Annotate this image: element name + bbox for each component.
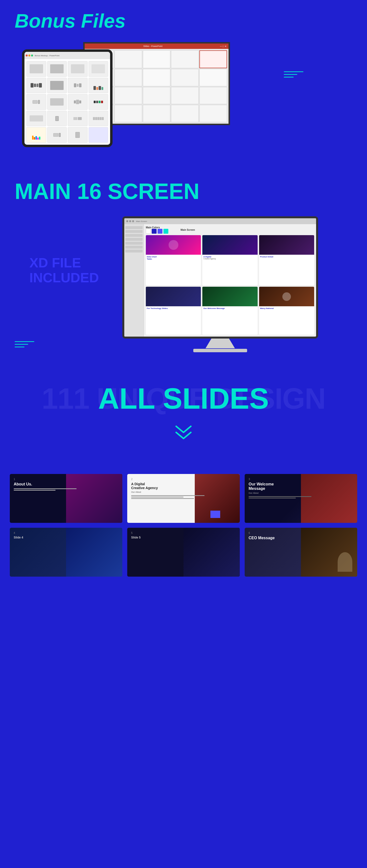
thumb-accent-line bbox=[249, 498, 296, 498]
monitor-main-panel: Main Colors Main Screen bbox=[144, 224, 316, 337]
main16-deco-lines bbox=[15, 341, 34, 347]
monitor-card-1: Data Chart Table. bbox=[146, 235, 201, 285]
card-title-3: Product Detail bbox=[260, 256, 313, 258]
monitor-dot bbox=[126, 220, 128, 222]
swatch-blue bbox=[152, 229, 157, 234]
deco-line-medium bbox=[15, 344, 28, 345]
monitor-screen: Main Screen bbox=[122, 216, 318, 339]
tablet-cell bbox=[89, 61, 108, 77]
main-colors-label: Main Colors bbox=[146, 226, 168, 229]
monitor-dot bbox=[132, 220, 134, 222]
thumb-accent-line bbox=[131, 495, 204, 496]
card-text-4: For Technology Slides. bbox=[146, 306, 201, 310]
thumb-img-overlay-about bbox=[66, 474, 122, 523]
thumb-slide-title-digital: A DigitalCreative Agency bbox=[131, 482, 236, 490]
thumb-slide-title-welcome: Our WelcomeMessage bbox=[249, 482, 353, 491]
ppt-title-text: Slides - PowerPoint bbox=[87, 45, 219, 48]
card-text-3: Product Detail bbox=[259, 255, 314, 259]
card-image-2 bbox=[202, 235, 257, 255]
thumb-card-inner: 1 About Us. bbox=[10, 474, 122, 523]
thumb-card-inner-r2-1: 4 Slide 4 bbox=[10, 528, 122, 577]
monitor-stand bbox=[205, 339, 235, 348]
sidebar-nav-item bbox=[125, 234, 143, 237]
tablet-cell bbox=[68, 94, 88, 110]
card-image-3 bbox=[259, 235, 314, 255]
ppt-titlebar: Slides - PowerPoint ─ □ ✕ bbox=[85, 43, 228, 49]
main16-section: MAIN 16 SCREEN XD FILE INCLUDED Main Scr… bbox=[0, 164, 367, 362]
thumb-subtitle-welcome: Our About bbox=[249, 492, 353, 494]
card-title-6: Maicy National bbox=[260, 307, 313, 309]
monitor-container: Main Screen bbox=[122, 216, 318, 352]
ppt-slide-thumb bbox=[171, 105, 199, 122]
card-title-2: A Digital bbox=[203, 256, 256, 258]
card-title-4: For Technology Slides. bbox=[147, 307, 200, 309]
thumb-accent-lines bbox=[14, 488, 118, 491]
card-text-6: Maicy National bbox=[259, 306, 314, 310]
swatch-cyan bbox=[164, 229, 168, 234]
ppt-slide-thumb bbox=[114, 87, 142, 104]
tablet-cell bbox=[89, 94, 108, 110]
thumb-card-inner-digital: 2 A DigitalCreative Agency Our About bbox=[127, 474, 240, 523]
monitor-main-content: Main Colors Main Screen bbox=[124, 224, 316, 337]
thumbnails-grid: 1 About Us. 2 A DigitalCreative Agency O… bbox=[10, 474, 357, 577]
tablet-app-name: Bonus Mockup - PowerPoint bbox=[35, 55, 109, 57]
thumb-accent-line bbox=[249, 496, 311, 497]
main-screen-section: Main Screen bbox=[180, 228, 195, 231]
thumb-img-overlay-ceo bbox=[301, 528, 357, 577]
ppt-slide-thumb bbox=[199, 87, 227, 104]
tablet-cell bbox=[47, 127, 67, 143]
person-silhouette bbox=[338, 552, 352, 572]
tablet-toolbar: Bonus Mockup - PowerPoint bbox=[25, 52, 110, 59]
monitor-card-6: Maicy National bbox=[259, 287, 314, 335]
swatch-white bbox=[146, 229, 151, 234]
deco-line-short bbox=[284, 77, 293, 78]
thumb-slide-title-about: About Us. bbox=[14, 482, 118, 487]
bonus-section: Bonus Files Bonus Mockup - PowerPoint bbox=[0, 0, 367, 164]
thumb-accent-line bbox=[14, 488, 77, 489]
tablet-cell bbox=[68, 78, 88, 93]
card-img-person bbox=[169, 240, 178, 250]
tablet-cell bbox=[68, 111, 88, 126]
main16-decorators bbox=[15, 341, 34, 347]
thumb-card-inner-welcome: 3 Our WelcomeMessage Our About bbox=[245, 474, 357, 523]
sidebar-nav-item bbox=[125, 238, 143, 241]
card-image-4 bbox=[146, 287, 201, 306]
tablet-cell bbox=[89, 127, 108, 143]
sidebar-nav-item bbox=[125, 226, 143, 229]
chevrons-container bbox=[15, 425, 352, 440]
ppt-slide-thumb bbox=[114, 69, 142, 86]
ppt-slide-thumb bbox=[114, 105, 142, 122]
thumb-card-row2-2: 5 Slide 5 bbox=[127, 528, 240, 577]
monitor-panel-header: Main Colors Main Screen bbox=[146, 226, 314, 234]
allslides-section: 111 UNIQUE DESIGN ALL SLIDES bbox=[0, 362, 367, 464]
toolbar-dot-red bbox=[26, 55, 28, 57]
ppt-slide-thumb bbox=[171, 69, 199, 86]
toolbar-dot-green bbox=[31, 55, 33, 57]
swatch-light-blue bbox=[158, 229, 163, 234]
ppt-slide-thumb bbox=[114, 50, 142, 68]
bonus-title: Bonus Files bbox=[15, 10, 352, 32]
thumb-card-about: 1 About Us. bbox=[10, 474, 122, 523]
main-colors-section: Main Colors bbox=[146, 226, 168, 234]
tablet-cell bbox=[26, 127, 46, 143]
thumb-slide-title-r2-1: Slide 4 bbox=[14, 536, 118, 539]
main-screen-label: Main Screen bbox=[180, 228, 195, 231]
thumb-digital-purple-box bbox=[210, 510, 220, 518]
deco-line-medium bbox=[284, 74, 297, 75]
monitor-base bbox=[193, 349, 247, 352]
tablet-cell bbox=[47, 94, 67, 110]
thumb-card-inner-r2-2: 5 Slide 5 bbox=[127, 528, 240, 577]
xd-file-label: XD FILE INCLUDED bbox=[29, 255, 99, 285]
tablet-cell bbox=[47, 78, 67, 93]
thumb-card-digital: 2 A DigitalCreative Agency Our About bbox=[127, 474, 240, 523]
ppt-slide-thumb bbox=[143, 105, 171, 122]
thumb-subtitle-digital: Our About bbox=[131, 491, 236, 493]
thumb-slide-title-ceo: CEO Message bbox=[249, 536, 353, 540]
tablet-cell bbox=[26, 78, 46, 93]
thumbnails-section: 1 About Us. 2 A DigitalCreative Agency O… bbox=[0, 464, 367, 586]
thumb-card-inner-ceo: 6 CEO Message bbox=[245, 528, 357, 577]
card-text-2: A Digital Creative Agency bbox=[202, 255, 257, 260]
thumb-img-overlay-r2-1 bbox=[66, 528, 122, 577]
tablet-cell bbox=[68, 127, 88, 143]
tablet-content-grid bbox=[25, 59, 110, 145]
